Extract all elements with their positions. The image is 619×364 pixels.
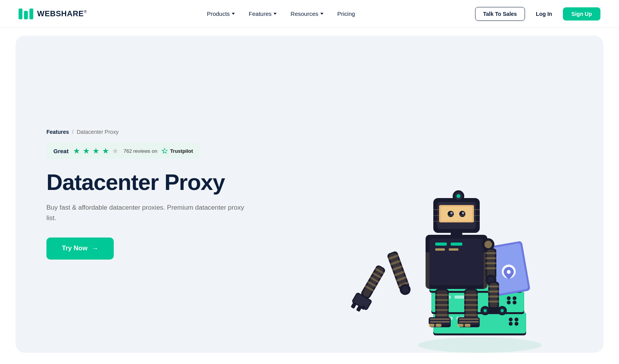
svg-rect-119 [464,314,478,316]
svg-rect-51 [449,248,458,251]
breadcrumb: Features / Datacenter Proxy [46,129,248,135]
nav-features-label: Features [249,10,272,17]
logo-icon [19,9,33,19]
svg-point-15 [507,296,511,300]
nav-resources[interactable]: Resources [285,7,329,20]
hero-illustration [348,82,573,353]
svg-point-96 [484,309,487,312]
star-3: ★ [92,147,100,155]
svg-rect-48 [435,243,447,246]
svg-rect-103 [435,299,449,301]
navbar: WEBSHARE® Products Features Resources Pr… [0,0,619,28]
breadcrumb-current: Datacenter Proxy [77,129,118,135]
svg-rect-109 [430,318,450,320]
hero-content: Features / Datacenter Proxy Great ★ ★ ★ … [46,129,248,282]
breadcrumb-link[interactable]: Features [46,129,69,135]
svg-rect-125 [465,324,470,327]
svg-point-39 [462,212,464,214]
svg-rect-115 [464,294,478,296]
nav-pricing-label: Pricing [337,10,355,17]
breadcrumb-separator: / [72,129,74,135]
trustpilot-logo: ★ Trustpilot [161,147,193,154]
try-now-button[interactable]: Try Now → [46,238,114,260]
svg-rect-122 [459,318,479,320]
svg-rect-118 [464,309,478,311]
svg-rect-112 [436,324,441,327]
svg-point-9 [515,322,518,326]
chevron-down-icon [274,13,277,15]
svg-point-16 [513,296,516,300]
svg-rect-50 [435,248,445,251]
chevron-down-icon [232,13,235,15]
hero-section: Features / Datacenter Proxy Great ★ ★ ★ … [15,36,604,353]
svg-point-0 [418,337,542,353]
logo-bar-3 [29,9,33,19]
svg-point-42 [457,194,460,198]
svg-rect-117 [464,304,478,306]
trustpilot-stars: ★ ★ ★ ★ ★ [72,147,120,155]
svg-rect-83 [486,262,496,264]
robot-svg [348,82,573,353]
svg-point-31 [507,270,511,274]
nav-links: Products Features Resources Pricing [202,7,361,20]
hero-description: Buy fast & affordable datacenter proxies… [46,202,248,223]
chevron-down-icon [320,13,323,15]
try-now-label: Try Now [62,244,87,252]
nav-products-label: Products [207,10,230,17]
svg-rect-54 [451,232,462,237]
signup-button[interactable]: Sign Up [563,7,600,21]
svg-rect-104 [435,304,449,306]
nav-features[interactable]: Features [243,7,282,20]
login-button[interactable]: Log In [530,7,558,21]
svg-rect-81 [486,252,496,254]
svg-rect-89 [488,285,499,287]
trustpilot-brand: Trustpilot [170,148,193,154]
svg-rect-84 [486,267,496,269]
svg-point-99 [501,309,504,312]
nav-pricing[interactable]: Pricing [332,7,361,20]
svg-point-78 [484,241,492,248]
nav-resources-label: Resources [291,10,318,17]
svg-rect-52 [426,252,429,289]
svg-rect-105 [435,309,449,311]
trustpilot-reviews-count: 762 reviews on [123,148,157,154]
svg-rect-110 [430,321,450,323]
logo[interactable]: WEBSHARE® [19,9,87,19]
svg-rect-116 [464,299,478,301]
trustpilot-great-label: Great [53,148,68,154]
star-2: ★ [82,147,91,155]
svg-point-17 [507,301,511,304]
logo-bar-2 [24,11,28,19]
star-4: ★ [101,147,110,155]
svg-rect-111 [429,324,434,327]
svg-rect-106 [435,314,449,316]
svg-rect-35 [441,207,472,221]
hero-wrapper: Features / Datacenter Proxy Great ★ ★ ★ … [0,28,619,353]
nav-products[interactable]: Products [202,7,240,20]
hero-title: Datacenter Proxy [46,170,248,195]
svg-rect-49 [451,243,462,246]
nav-actions: Talk To Sales Log In Sign Up [475,7,600,21]
svg-rect-92 [488,301,499,302]
svg-point-7 [515,318,518,321]
talk-to-sales-button[interactable]: Talk To Sales [475,7,525,21]
svg-point-18 [513,301,516,304]
logo-bar-1 [19,9,22,19]
svg-point-6 [509,318,513,321]
svg-rect-90 [488,291,499,292]
svg-rect-124 [458,324,463,327]
trustpilot-badge: Great ★ ★ ★ ★ ★ 762 reviews on ★ Trustpi… [46,143,200,159]
svg-point-8 [509,322,513,326]
logo-text: WEBSHARE® [37,9,87,18]
star-1: ★ [72,147,81,155]
arrow-icon: → [91,244,98,253]
svg-rect-102 [435,294,449,296]
svg-rect-123 [459,321,479,323]
svg-rect-82 [486,257,496,259]
svg-point-38 [450,212,453,214]
svg-rect-91 [488,296,499,297]
trustpilot-icon: ★ [161,147,168,154]
star-5: ★ [111,147,120,155]
